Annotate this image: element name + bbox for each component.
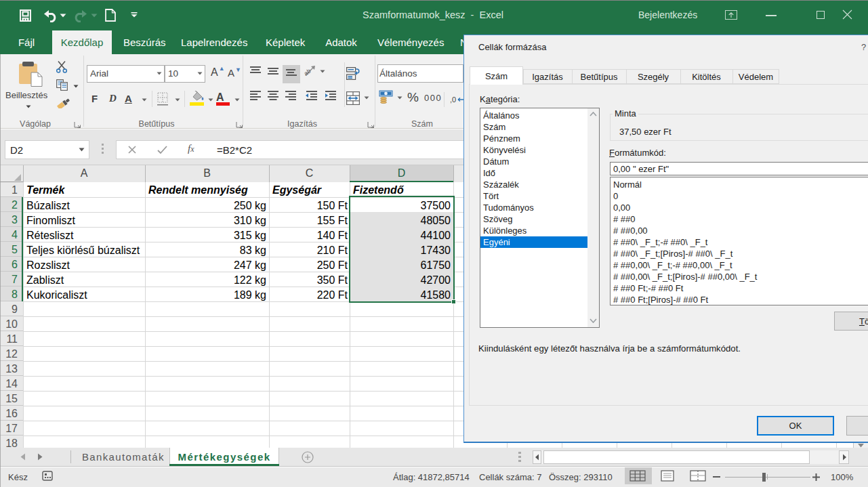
svg-text:,0: ,0 bbox=[450, 96, 456, 104]
svg-text:ab: ab bbox=[304, 68, 312, 77]
